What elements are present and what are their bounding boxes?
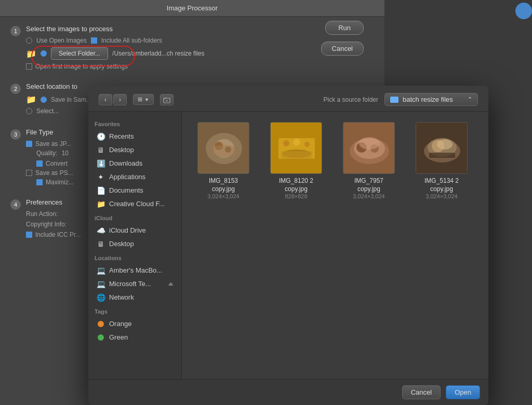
fp-source-label: Pick a source folder: [324, 96, 378, 103]
fp-view-toggle[interactable]: ⊞ ▼: [133, 94, 154, 105]
sidebar-item-creative-cloud[interactable]: 📁 Creative Cloud F...: [90, 197, 179, 210]
fp-folder-icon: [390, 97, 398, 103]
file-item-img-8120[interactable]: IMG_8120 2copy.jpg 828×828: [265, 122, 327, 199]
select-location-radio[interactable]: [26, 108, 32, 114]
fp-cancel-btn[interactable]: Cancel: [402, 385, 441, 399]
fp-back-btn[interactable]: ‹: [99, 94, 112, 105]
icc-checkbox[interactable]: [26, 232, 32, 238]
save-jpeg-checkbox[interactable]: [26, 141, 32, 147]
fp-sidebar: Favorites 🕐 Recents 🖥 Desktop ⬇️ Downloa…: [88, 112, 182, 379]
step4-num: 4: [10, 199, 21, 210]
file-size-img-7957: 3,024×3,024: [353, 193, 384, 199]
save-same-label: Save in Sam...: [51, 96, 91, 103]
include-subfolders-checkbox[interactable]: [91, 37, 97, 44]
file-item-img-7957[interactable]: IMG_7957copy.jpg 3,024×3,024: [338, 122, 400, 199]
sidebar-item-orange-tag[interactable]: Orange: [90, 317, 179, 330]
sidebar-item-applications[interactable]: ✦ Applications: [90, 170, 179, 183]
fp-folder-dropdown[interactable]: batch resize files ⌃: [384, 93, 478, 106]
microsoft-te-icon: 💻: [97, 280, 105, 288]
fp-folder-name: batch resize files: [403, 96, 453, 103]
use-open-images-radio[interactable]: [26, 37, 32, 44]
icc-label: Include ICC Pr...: [35, 231, 81, 238]
documents-label: Documents: [109, 186, 143, 194]
save-psd-checkbox[interactable]: [26, 170, 32, 176]
svg-rect-15: [281, 151, 312, 159]
sidebar-item-green-tag[interactable]: Green: [90, 331, 179, 344]
applications-label: Applications: [109, 173, 145, 181]
save-same-radio[interactable]: [41, 97, 47, 103]
file-thumb-img-5134: [416, 122, 468, 174]
svg-point-11: [283, 140, 289, 146]
recents-label: Recents: [109, 132, 134, 140]
maximize-checkbox[interactable]: [36, 179, 43, 185]
favorites-section-title: Favorites: [88, 117, 181, 129]
file-item-img-5134[interactable]: IMG_5134 2copy.jpg 3,024×3,024: [410, 122, 473, 199]
file-name-img-7957: IMG_7957copy.jpg: [354, 177, 383, 193]
include-subfolders-label: Include All sub-folders: [101, 37, 162, 44]
file-name-img-5134: IMG_5134 2copy.jpg: [424, 177, 459, 193]
food-svg-2: [271, 123, 322, 174]
icloud-drive-icon: ☁️: [97, 227, 105, 234]
orange-tag-label: Orange: [109, 320, 131, 328]
step3-num: 3: [10, 129, 21, 140]
sidebar-item-documents[interactable]: 📄 Documents: [90, 184, 179, 197]
quality-value: 10: [62, 150, 69, 157]
grid-icon: ⊞: [138, 96, 142, 103]
convert-label: Convert: [46, 160, 68, 167]
file-name-img-8153: IMG_8153copy.jpg: [209, 177, 238, 193]
step2-icon: 📁: [26, 95, 36, 104]
fp-new-folder-btn[interactable]: [160, 94, 174, 105]
step1-title: Select the images to process: [26, 25, 374, 33]
fp-body: Favorites 🕐 Recents 🖥 Desktop ⬇️ Downloa…: [88, 112, 488, 379]
fp-dropdown-chevron: ⌃: [468, 96, 472, 103]
sidebar-item-recents[interactable]: 🕐 Recents: [90, 130, 179, 143]
sidebar-item-icloud-drive[interactable]: ☁️ iCloud Drive: [90, 224, 179, 237]
svg-rect-27: [429, 153, 455, 158]
macbook-icon: 💻: [97, 267, 105, 274]
icloud-drive-label: iCloud Drive: [109, 226, 146, 234]
sidebar-item-desktop[interactable]: 🖥 Desktop: [90, 143, 179, 156]
fp-open-btn[interactable]: Open: [446, 385, 480, 399]
sidebar-item-icloud-desktop[interactable]: 🖥 Desktop: [90, 237, 179, 250]
desktop-label: Desktop: [109, 146, 134, 154]
save-jpeg-label: Save as JP...: [35, 140, 71, 147]
sidebar-item-microsoft-te[interactable]: 💻 Microsoft Te... ⏏: [90, 277, 179, 290]
file-size-img-5134: 3,024×3,024: [425, 193, 457, 199]
folder-path: /Users/amberladd...ch resize files: [112, 50, 204, 57]
select-folder-radio[interactable]: [41, 50, 47, 57]
top-circle-decoration: [515, 3, 532, 19]
icloud-section-title: iCloud: [88, 211, 181, 223]
new-folder-icon: [163, 96, 170, 103]
fp-forward-btn[interactable]: ›: [113, 94, 127, 105]
convert-checkbox[interactable]: [36, 160, 43, 167]
open-first-image-checkbox[interactable]: [26, 63, 32, 70]
file-picker-dialog: ‹ › ⊞ ▼ Pick a source folder batch resiz…: [88, 86, 488, 405]
copyright-label: Copyright Info:: [26, 221, 66, 228]
applications-icon: ✦: [97, 173, 105, 181]
sidebar-item-macbook[interactable]: 💻 Amber's MacBo...: [90, 264, 179, 277]
sidebar-item-downloads[interactable]: ⬇️ Downloads: [90, 157, 179, 170]
locations-section-title: Locations: [88, 251, 181, 263]
microsoft-te-label: Microsoft Te...: [109, 280, 151, 288]
view-chevron-icon: ▼: [144, 97, 149, 102]
creative-cloud-icon: 📁: [97, 200, 105, 208]
file-thumb-img-8153: [197, 122, 249, 174]
fp-content-area: IMG_8153copy.jpg 3,024×3,024 IMG: [182, 112, 488, 379]
file-item-img-8153[interactable]: IMG_8153copy.jpg 3,024×3,024: [192, 122, 255, 199]
documents-icon: 📄: [97, 187, 105, 194]
fp-nav-buttons: ‹ ›: [99, 94, 127, 105]
svg-point-8: [211, 145, 237, 157]
creative-cloud-label: Creative Cloud F...: [109, 200, 165, 208]
food-svg-3: [343, 123, 395, 174]
recents-icon: 🕐: [97, 133, 105, 140]
cancel-button[interactable]: Cancel: [321, 42, 364, 56]
ip-title: Image Processor: [0, 0, 384, 17]
green-tag-label: Green: [109, 333, 128, 341]
downloads-label: Downloads: [109, 159, 142, 167]
select-folder-button[interactable]: Select Folder...: [51, 47, 108, 60]
maximize-label: Maximiz...: [46, 179, 74, 186]
sidebar-item-network[interactable]: 🌐 Network: [90, 291, 179, 304]
folder-icon: 📁: [26, 49, 36, 59]
desktop-icon: 🖥: [97, 146, 105, 154]
run-button[interactable]: Run: [325, 21, 364, 35]
